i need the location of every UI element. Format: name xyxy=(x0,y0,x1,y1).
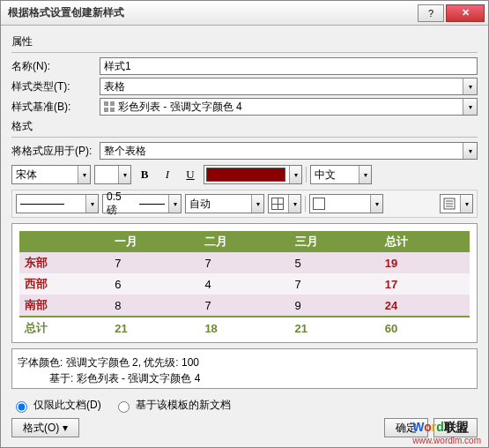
radio-thisdoc[interactable]: 仅限此文档(D) xyxy=(11,398,101,413)
borders-icon xyxy=(271,198,284,210)
table-header xyxy=(19,231,109,252)
applyto-label: 将格式应用于(P): xyxy=(11,144,100,159)
font-value: 宋体 xyxy=(16,168,37,183)
line-sample-icon xyxy=(20,204,64,205)
styleon-label: 样式基准(B): xyxy=(11,100,100,115)
applyto-value: 整个表格 xyxy=(104,144,146,159)
lineweight-value: 0.5 磅 xyxy=(107,190,134,218)
table-header: 总计 xyxy=(380,231,470,252)
chevron-down-icon: ▾ xyxy=(85,195,98,213)
lang-value: 中文 xyxy=(315,168,336,183)
weight-sample-icon xyxy=(139,204,165,205)
footer: 格式(O) ▾ 确定 取消 xyxy=(11,418,478,437)
table-header-row: 一月 二月 三月 总计 xyxy=(19,231,470,252)
chevron-down-icon: ▾ xyxy=(460,195,472,213)
font-toolbar: 宋体 ▾ ▾ B I U ▾ 中文 ▾ xyxy=(11,165,478,184)
description-box: 字体颜色: 强调文字颜色 2, 优先级: 100 基于: 彩色列表 - 强调文字… xyxy=(11,348,478,389)
table-row: 西部 6 4 7 17 xyxy=(19,273,470,295)
desc-line1: 字体颜色: 强调文字颜色 2, 优先级: 100 xyxy=(18,355,471,370)
preview-table: 一月 二月 三月 总计 东部 7 7 5 19 西部 6 4 7 1 xyxy=(19,231,470,339)
chevron-down-icon: ▾ xyxy=(289,166,301,183)
name-input[interactable] xyxy=(100,57,478,75)
fillcolor-select[interactable]: ▾ xyxy=(309,194,383,213)
fontsize-select[interactable]: ▾ xyxy=(94,165,131,184)
chevron-down-icon: ▾ xyxy=(463,78,477,94)
chevron-down-icon: ▾ xyxy=(288,195,300,213)
italic-button[interactable]: I xyxy=(158,165,177,184)
table-total-row: 总计 21 18 21 60 xyxy=(19,317,470,339)
chevron-down-icon: ▾ xyxy=(168,195,181,213)
lineweight-select[interactable]: 0.5 磅 ▾ xyxy=(102,194,182,213)
table-row: 东部 7 7 5 19 xyxy=(19,252,470,273)
styleon-value: 彩色列表 - 强调文字颜色 4 xyxy=(118,100,242,115)
format-label: 格式 xyxy=(11,119,478,134)
chevron-down-icon: ▾ xyxy=(78,166,90,183)
dialog-title: 根据格式设置创建新样式 xyxy=(8,5,416,20)
scope-radios: 仅限此文档(D) 基于该模板的新文档 xyxy=(11,398,478,413)
styletype-value: 表格 xyxy=(104,79,125,94)
align-select[interactable]: ▾ xyxy=(440,194,473,213)
borders-select[interactable]: ▾ xyxy=(268,194,301,213)
help-button[interactable]: ? xyxy=(418,4,444,22)
table-style-icon xyxy=(104,101,115,112)
table-header: 一月 xyxy=(109,231,199,252)
radio-thisdoc-input[interactable] xyxy=(16,401,27,413)
properties-label: 属性 xyxy=(11,34,478,49)
linestyle-select[interactable]: ▾ xyxy=(16,194,99,213)
ok-button[interactable]: 确定 xyxy=(384,418,428,437)
desc-line2: 基于: 彩色列表 - 强调文字颜色 4 xyxy=(18,370,471,386)
chevron-down-icon: ▾ xyxy=(251,195,263,213)
linecolor-value: 自动 xyxy=(189,197,211,212)
fontcolor-select[interactable]: ▾ xyxy=(204,165,302,184)
radio-template[interactable]: 基于该模板的新文档 xyxy=(114,398,231,413)
applyto-select[interactable]: 整个表格 ▾ xyxy=(100,142,478,160)
table-header: 二月 xyxy=(199,231,289,252)
color-swatch xyxy=(206,168,285,182)
cancel-button[interactable]: 取消 xyxy=(433,418,478,437)
underline-button[interactable]: U xyxy=(181,165,200,184)
table-row: 南部 8 7 9 24 xyxy=(19,295,470,317)
styleon-select[interactable]: 彩色列表 - 强调文字颜色 4 ▾ xyxy=(100,98,478,116)
border-toolbar: ▾ 0.5 磅 ▾ 自动 ▾ ▾ ▾ ▾ xyxy=(11,190,478,218)
fill-icon xyxy=(313,198,325,210)
name-label: 名称(N): xyxy=(11,59,100,74)
lang-select[interactable]: 中文 ▾ xyxy=(310,165,372,184)
font-select[interactable]: 宋体 ▾ xyxy=(11,165,91,184)
align-icon xyxy=(443,198,456,210)
chevron-down-icon: ▾ xyxy=(463,143,477,159)
chevron-down-icon: ▾ xyxy=(370,195,382,213)
linecolor-select[interactable]: 自动 ▾ xyxy=(185,194,264,213)
close-button[interactable]: ✕ xyxy=(446,4,485,22)
styletype-select[interactable]: 表格 ▾ xyxy=(100,78,478,95)
radio-template-input[interactable] xyxy=(118,401,130,413)
styletype-label: 样式类型(T): xyxy=(11,79,100,94)
table-header: 三月 xyxy=(290,231,380,252)
chevron-down-icon: ▾ xyxy=(359,166,371,183)
bold-button[interactable]: B xyxy=(135,165,154,184)
titlebar: 根据格式设置创建新样式 ? ✕ xyxy=(1,1,488,26)
dialog: 根据格式设置创建新样式 ? ✕ 属性 名称(N): 样式类型(T): 表格 ▾ … xyxy=(0,0,489,448)
chevron-down-icon: ▾ xyxy=(118,166,130,183)
preview-panel: 一月 二月 三月 总计 东部 7 7 5 19 西部 6 4 7 1 xyxy=(11,223,478,343)
format-menu-button[interactable]: 格式(O) ▾ xyxy=(11,418,79,437)
chevron-down-icon: ▾ xyxy=(463,99,477,115)
